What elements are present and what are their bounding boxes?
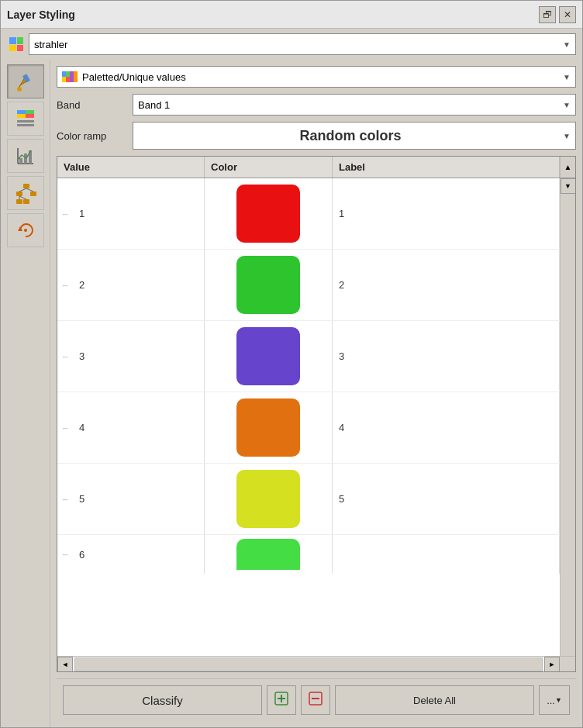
label-cell-5: 5 xyxy=(333,464,560,534)
remove-button[interactable] xyxy=(301,685,330,715)
band-row: Band Band 1 ▼ xyxy=(57,94,576,116)
restore-button[interactable]: 🗗 xyxy=(539,6,556,23)
value-cell-6: ···· 6 xyxy=(57,535,205,574)
svg-rect-30 xyxy=(70,71,74,82)
hscroll-corner xyxy=(560,657,575,672)
color-swatch-4[interactable] xyxy=(236,399,300,457)
main-content: Paletted/Unique values ▼ Band Band 1 ▼ C… xyxy=(1,60,582,727)
layer-dropdown[interactable]: strahler ▼ xyxy=(29,33,576,55)
sidebar-btn-paint[interactable] xyxy=(7,64,44,98)
svg-rect-12 xyxy=(19,158,22,164)
layer-styling-window: Layer Styling 🗗 ✕ strahler ▼ xyxy=(0,0,583,728)
table-row: ···· 6 xyxy=(57,535,560,574)
render-type-label: Paletted/Unique values xyxy=(82,71,186,83)
svg-rect-6 xyxy=(17,114,26,118)
value-cell-5: ···· 5 xyxy=(57,464,205,534)
hierarchy-icon xyxy=(14,181,37,205)
color-swatch-2[interactable] xyxy=(236,256,300,314)
table-header: Value Color Label ▲ xyxy=(57,157,575,178)
history-icon xyxy=(14,219,37,242)
color-swatch-6[interactable] xyxy=(236,539,300,570)
title-bar-buttons: 🗗 ✕ xyxy=(539,6,576,23)
svg-rect-17 xyxy=(30,191,36,196)
band-value: Band 1 xyxy=(138,99,170,111)
svg-rect-29 xyxy=(66,77,70,82)
svg-rect-19 xyxy=(23,199,29,204)
color-ramp-value: Random colors xyxy=(138,128,563,144)
svg-rect-28 xyxy=(62,77,66,82)
render-type-arrow: ▼ xyxy=(563,73,571,81)
right-panel: Paletted/Unique values ▼ Band Band 1 ▼ C… xyxy=(50,60,582,727)
scroll-up-arrow[interactable]: ▲ xyxy=(560,157,575,178)
table-row: ···· 2 2 xyxy=(57,250,560,321)
hscroll-track[interactable] xyxy=(74,657,543,671)
palette-render-icon xyxy=(62,71,78,82)
delete-all-button[interactable]: Delete All xyxy=(335,685,534,715)
hscroll-left-arrow[interactable]: ◄ xyxy=(57,657,73,672)
hscroll-right-arrow[interactable]: ► xyxy=(544,657,560,672)
value-color-table: Value Color Label ▲ xyxy=(57,156,576,672)
color-cell-4[interactable] xyxy=(205,392,333,463)
scroll-down-arrow[interactable]: ▼ xyxy=(561,178,576,194)
strahler-layer-icon xyxy=(7,35,26,53)
plus-icon xyxy=(274,691,289,710)
classify-button[interactable]: Classify xyxy=(63,685,262,715)
svg-rect-26 xyxy=(62,71,66,77)
table-body-wrapper: ···· 1 1 xyxy=(57,178,575,656)
color-cell-3[interactable] xyxy=(205,321,333,392)
color-swatch-3[interactable] xyxy=(236,327,300,385)
svg-rect-16 xyxy=(16,191,22,196)
label-cell-4: 4 xyxy=(333,392,560,463)
render-type-row: Paletted/Unique values ▼ xyxy=(57,66,576,88)
title-bar: Layer Styling 🗗 ✕ xyxy=(1,1,582,29)
svg-rect-9 xyxy=(17,124,34,126)
header-label: Label xyxy=(333,157,560,178)
svg-rect-7 xyxy=(26,114,34,118)
band-dropdown[interactable]: Band 1 ▼ xyxy=(133,94,576,116)
add-button[interactable] xyxy=(267,685,296,715)
band-dropdown-arrow: ▼ xyxy=(563,101,571,109)
left-sidebar xyxy=(1,60,50,727)
horizontal-scrollbar: ◄ ► xyxy=(57,656,575,671)
render-type-dropdown[interactable]: Paletted/Unique values ▼ xyxy=(57,66,576,88)
label-cell-2: 2 xyxy=(333,250,560,320)
histogram-icon xyxy=(14,144,37,167)
label-cell-6 xyxy=(333,535,560,574)
color-swatch-5[interactable] xyxy=(236,470,300,528)
layer-dropdown-value: strahler xyxy=(34,39,67,50)
header-value: Value xyxy=(57,157,205,178)
table-row: ···· 3 3 xyxy=(57,321,560,392)
svg-rect-4 xyxy=(17,110,26,114)
svg-line-21 xyxy=(26,188,33,191)
color-ramp-row: Color ramp Random colors ▼ xyxy=(57,122,576,150)
color-cell-1[interactable] xyxy=(205,178,333,249)
svg-rect-31 xyxy=(74,71,78,82)
minus-icon xyxy=(308,691,323,710)
close-button[interactable]: ✕ xyxy=(559,6,576,23)
sidebar-btn-history[interactable] xyxy=(7,213,44,247)
color-swatch-1[interactable] xyxy=(236,185,300,243)
more-button[interactable]: ... ▼ xyxy=(539,685,570,715)
color-cell-2[interactable] xyxy=(205,250,333,320)
window-title: Layer Styling xyxy=(7,9,75,21)
bottom-bar: Classify xyxy=(57,678,576,721)
layer-dropdown-arrow: ▼ xyxy=(563,40,571,49)
layer-selector-row: strahler ▼ xyxy=(1,29,582,60)
svg-point-25 xyxy=(24,229,27,232)
svg-rect-15 xyxy=(23,184,29,188)
color-cell-6[interactable] xyxy=(205,535,333,574)
sidebar-btn-histogram[interactable] xyxy=(7,139,44,173)
paint-icon xyxy=(14,70,37,93)
value-cell-2: ···· 2 xyxy=(57,250,205,320)
label-cell-1: 1 xyxy=(333,178,560,249)
value-cell-3: ···· 3 xyxy=(57,321,205,392)
sidebar-btn-layer[interactable] xyxy=(7,102,44,136)
vertical-scrollbar: ▼ xyxy=(560,178,575,656)
svg-line-23 xyxy=(19,196,26,199)
value-cell-4: ···· 4 xyxy=(57,392,205,463)
table-row: ···· 1 1 xyxy=(57,178,560,250)
color-ramp-dropdown[interactable]: Random colors ▼ xyxy=(133,122,576,150)
color-cell-5[interactable] xyxy=(205,464,333,534)
value-cell-1: ···· 1 xyxy=(57,178,205,249)
sidebar-btn-hierarchy[interactable] xyxy=(7,176,44,210)
